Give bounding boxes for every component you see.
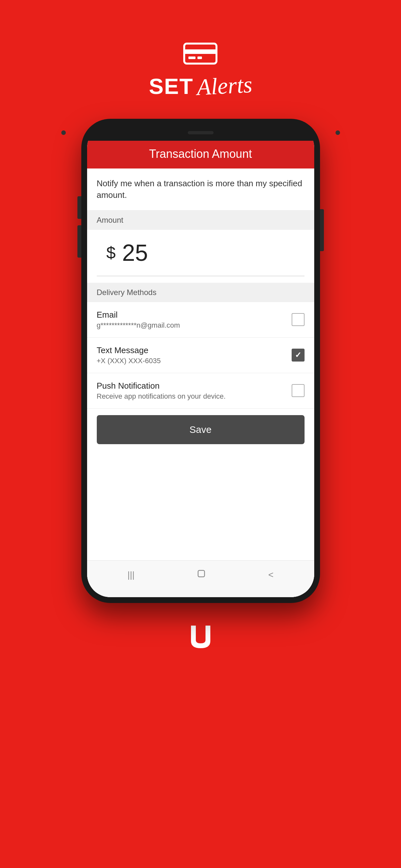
volume-up-button <box>77 196 81 219</box>
nav-menu-icon[interactable]: ||| <box>127 570 135 580</box>
app-header-title: Transaction Amount <box>149 147 252 160</box>
phone-speaker <box>188 131 213 134</box>
description-text: Notify me when a transaction is more tha… <box>87 168 314 211</box>
phone-frame: Transaction Amount Notify me when a tran… <box>81 119 320 603</box>
email-subtitle: g*************n@gmail.com <box>97 321 180 330</box>
app-content: Notify me when a transaction is more tha… <box>87 168 314 597</box>
delivery-section: Email g*************n@gmail.com Text Mes… <box>87 302 314 560</box>
title-alerts: Alerts <box>196 71 253 101</box>
email-checkbox[interactable] <box>292 313 305 326</box>
currency-symbol: $ <box>106 243 116 262</box>
push-notification-checkbox[interactable] <box>292 384 305 397</box>
email-delivery-item[interactable]: Email g*************n@gmail.com <box>87 302 314 338</box>
push-notification-title: Push Notification <box>97 381 226 391</box>
svg-rect-6 <box>198 624 203 629</box>
bottom-nav: ||| < <box>87 560 314 597</box>
text-message-delivery-item[interactable]: Text Message +X (XXX) XXX-6035 <box>87 338 314 373</box>
camera-dot-right <box>335 130 340 135</box>
volume-down-button <box>77 225 81 257</box>
svg-rect-3 <box>197 57 202 59</box>
delivery-methods-label: Delivery Methods <box>87 283 314 302</box>
bottom-logo <box>186 622 215 651</box>
top-section: SET Alerts <box>149 0 252 99</box>
svg-rect-1 <box>184 50 216 54</box>
push-notification-subtitle: Receive app notifications on your device… <box>97 392 226 401</box>
svg-rect-4 <box>198 570 204 577</box>
nav-back-icon[interactable]: < <box>268 570 273 580</box>
save-button[interactable]: Save <box>97 415 305 444</box>
title-container: SET Alerts <box>149 73 252 99</box>
amount-label: Amount <box>87 211 314 230</box>
email-info: Email g*************n@gmail.com <box>97 310 180 330</box>
title-set: SET <box>149 73 193 99</box>
push-notification-info: Push Notification Receive app notificati… <box>97 381 226 401</box>
text-message-checkbox[interactable] <box>292 349 305 362</box>
amount-value[interactable]: 25 <box>122 240 148 266</box>
text-message-title: Text Message <box>97 345 161 355</box>
amount-section[interactable]: $ 25 <box>97 230 305 276</box>
push-notification-delivery-item[interactable]: Push Notification Receive app notificati… <box>87 373 314 409</box>
text-message-subtitle: +X (XXX) XXX-6035 <box>97 357 161 365</box>
power-button <box>320 209 324 251</box>
phone-screen: Transaction Amount Notify me when a tran… <box>87 125 314 597</box>
phone-notch-area <box>87 125 314 141</box>
svg-rect-2 <box>189 57 196 59</box>
nav-home-icon[interactable] <box>196 568 206 581</box>
text-message-info: Text Message +X (XXX) XXX-6035 <box>97 345 161 365</box>
logo-u-icon <box>186 622 215 651</box>
email-title: Email <box>97 310 180 320</box>
camera-dot-left <box>61 130 66 135</box>
credit-card-icon <box>182 39 218 66</box>
